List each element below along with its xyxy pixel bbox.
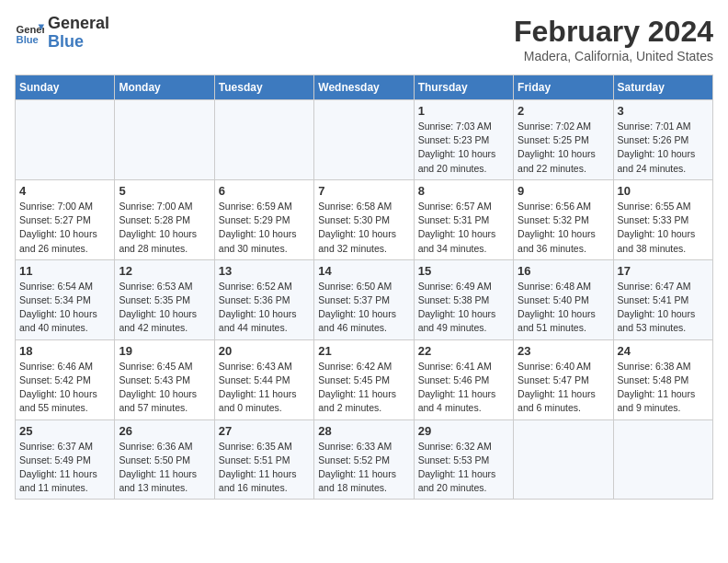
day-number: 18 <box>19 344 110 358</box>
day-number: 15 <box>418 264 509 278</box>
day-header-wednesday: Wednesday <box>314 75 414 100</box>
day-info: Sunrise: 6:45 AM Sunset: 5:43 PM Dayligh… <box>119 360 210 416</box>
calendar-cell: 12Sunrise: 6:53 AM Sunset: 5:35 PM Dayli… <box>115 259 214 339</box>
page-subtitle: Madera, California, United States <box>514 49 713 63</box>
day-info: Sunrise: 6:41 AM Sunset: 5:46 PM Dayligh… <box>418 360 509 416</box>
calendar-cell: 20Sunrise: 6:43 AM Sunset: 5:44 PM Dayli… <box>214 339 313 419</box>
calendar-cell: 11Sunrise: 6:54 AM Sunset: 5:34 PM Dayli… <box>16 259 115 339</box>
calendar-cell <box>514 419 613 500</box>
day-number: 3 <box>618 104 709 118</box>
day-info: Sunrise: 6:35 AM Sunset: 5:51 PM Dayligh… <box>219 440 310 496</box>
day-info: Sunrise: 6:40 AM Sunset: 5:47 PM Dayligh… <box>518 360 609 416</box>
calendar-cell: 10Sunrise: 6:55 AM Sunset: 5:33 PM Dayli… <box>613 179 712 259</box>
day-info: Sunrise: 7:01 AM Sunset: 5:26 PM Dayligh… <box>618 120 709 176</box>
calendar-cell: 15Sunrise: 6:49 AM Sunset: 5:38 PM Dayli… <box>414 259 513 339</box>
day-number: 20 <box>219 344 310 358</box>
calendar-cell: 17Sunrise: 6:47 AM Sunset: 5:41 PM Dayli… <box>613 259 712 339</box>
day-number: 17 <box>618 264 709 278</box>
calendar-cell: 4Sunrise: 7:00 AM Sunset: 5:27 PM Daylig… <box>16 179 115 259</box>
calendar-cell: 21Sunrise: 6:42 AM Sunset: 5:45 PM Dayli… <box>314 339 414 419</box>
day-number: 1 <box>418 104 509 118</box>
calendar-cell: 1Sunrise: 7:03 AM Sunset: 5:23 PM Daylig… <box>414 100 513 180</box>
day-info: Sunrise: 6:50 AM Sunset: 5:37 PM Dayligh… <box>318 280 409 336</box>
day-number: 27 <box>219 424 310 438</box>
day-number: 22 <box>418 344 509 358</box>
svg-text:Blue: Blue <box>17 34 39 45</box>
day-info: Sunrise: 6:38 AM Sunset: 5:48 PM Dayligh… <box>618 360 709 416</box>
day-info: Sunrise: 6:49 AM Sunset: 5:38 PM Dayligh… <box>418 280 509 336</box>
day-number: 12 <box>119 264 210 278</box>
day-info: Sunrise: 6:42 AM Sunset: 5:45 PM Dayligh… <box>318 360 409 416</box>
calendar-cell: 8Sunrise: 6:57 AM Sunset: 5:31 PM Daylig… <box>414 179 513 259</box>
calendar-table: SundayMondayTuesdayWednesdayThursdayFrid… <box>15 75 713 500</box>
day-number: 5 <box>119 184 210 198</box>
day-info: Sunrise: 6:32 AM Sunset: 5:53 PM Dayligh… <box>418 440 509 496</box>
day-info: Sunrise: 6:54 AM Sunset: 5:34 PM Dayligh… <box>19 280 110 336</box>
day-header-thursday: Thursday <box>414 75 513 100</box>
calendar-cell: 18Sunrise: 6:46 AM Sunset: 5:42 PM Dayli… <box>16 339 115 419</box>
calendar-cell: 14Sunrise: 6:50 AM Sunset: 5:37 PM Dayli… <box>314 259 414 339</box>
calendar-cell: 22Sunrise: 6:41 AM Sunset: 5:46 PM Dayli… <box>414 339 513 419</box>
calendar-week-row: 25Sunrise: 6:37 AM Sunset: 5:49 PM Dayli… <box>16 419 713 500</box>
calendar-cell: 5Sunrise: 7:00 AM Sunset: 5:28 PM Daylig… <box>115 179 214 259</box>
calendar-cell: 13Sunrise: 6:52 AM Sunset: 5:36 PM Dayli… <box>214 259 313 339</box>
calendar-cell <box>613 419 712 500</box>
day-info: Sunrise: 6:48 AM Sunset: 5:40 PM Dayligh… <box>518 280 609 336</box>
day-info: Sunrise: 7:02 AM Sunset: 5:25 PM Dayligh… <box>518 120 609 176</box>
day-info: Sunrise: 6:56 AM Sunset: 5:32 PM Dayligh… <box>518 200 609 256</box>
day-info: Sunrise: 6:36 AM Sunset: 5:50 PM Dayligh… <box>119 440 210 496</box>
day-info: Sunrise: 7:00 AM Sunset: 5:27 PM Dayligh… <box>19 200 110 256</box>
page-title: February 2024 <box>514 15 713 49</box>
day-info: Sunrise: 6:37 AM Sunset: 5:49 PM Dayligh… <box>19 440 110 496</box>
day-info: Sunrise: 7:00 AM Sunset: 5:28 PM Dayligh… <box>119 200 210 256</box>
day-header-friday: Friday <box>514 75 613 100</box>
logo-icon: General Blue <box>15 18 44 48</box>
calendar-week-row: 11Sunrise: 6:54 AM Sunset: 5:34 PM Dayli… <box>16 259 713 339</box>
day-number: 2 <box>518 104 609 118</box>
calendar-body: 1Sunrise: 7:03 AM Sunset: 5:23 PM Daylig… <box>16 100 713 500</box>
day-info: Sunrise: 6:52 AM Sunset: 5:36 PM Dayligh… <box>219 280 310 336</box>
day-number: 19 <box>119 344 210 358</box>
calendar-cell: 19Sunrise: 6:45 AM Sunset: 5:43 PM Dayli… <box>115 339 214 419</box>
calendar-cell: 24Sunrise: 6:38 AM Sunset: 5:48 PM Dayli… <box>613 339 712 419</box>
day-number: 29 <box>418 424 509 438</box>
day-number: 26 <box>119 424 210 438</box>
calendar-cell: 23Sunrise: 6:40 AM Sunset: 5:47 PM Dayli… <box>514 339 613 419</box>
calendar-week-row: 4Sunrise: 7:00 AM Sunset: 5:27 PM Daylig… <box>16 179 713 259</box>
day-number: 10 <box>618 184 709 198</box>
day-number: 8 <box>418 184 509 198</box>
page-header: General Blue General Blue February 2024 … <box>15 15 713 63</box>
calendar-cell: 2Sunrise: 7:02 AM Sunset: 5:25 PM Daylig… <box>514 100 613 180</box>
calendar-cell: 27Sunrise: 6:35 AM Sunset: 5:51 PM Dayli… <box>214 419 313 500</box>
day-number: 6 <box>219 184 310 198</box>
day-info: Sunrise: 6:59 AM Sunset: 5:29 PM Dayligh… <box>219 200 310 256</box>
day-info: Sunrise: 6:33 AM Sunset: 5:52 PM Dayligh… <box>318 440 409 496</box>
day-info: Sunrise: 7:03 AM Sunset: 5:23 PM Dayligh… <box>418 120 509 176</box>
day-number: 21 <box>318 344 409 358</box>
day-header-tuesday: Tuesday <box>214 75 313 100</box>
day-number: 23 <box>518 344 609 358</box>
calendar-cell: 26Sunrise: 6:36 AM Sunset: 5:50 PM Dayli… <box>115 419 214 500</box>
calendar-header-row: SundayMondayTuesdayWednesdayThursdayFrid… <box>16 75 713 100</box>
calendar-cell: 16Sunrise: 6:48 AM Sunset: 5:40 PM Dayli… <box>514 259 613 339</box>
day-header-monday: Monday <box>115 75 214 100</box>
day-number: 16 <box>518 264 609 278</box>
title-area: February 2024 Madera, California, United… <box>514 15 713 63</box>
day-number: 11 <box>19 264 110 278</box>
day-info: Sunrise: 6:58 AM Sunset: 5:30 PM Dayligh… <box>318 200 409 256</box>
calendar-cell: 7Sunrise: 6:58 AM Sunset: 5:30 PM Daylig… <box>314 179 414 259</box>
calendar-cell: 25Sunrise: 6:37 AM Sunset: 5:49 PM Dayli… <box>16 419 115 500</box>
day-number: 28 <box>318 424 409 438</box>
day-number: 24 <box>618 344 709 358</box>
day-number: 14 <box>318 264 409 278</box>
day-header-sunday: Sunday <box>16 75 115 100</box>
calendar-week-row: 1Sunrise: 7:03 AM Sunset: 5:23 PM Daylig… <box>16 100 713 180</box>
calendar-cell <box>16 100 115 180</box>
day-info: Sunrise: 6:47 AM Sunset: 5:41 PM Dayligh… <box>618 280 709 336</box>
calendar-cell: 29Sunrise: 6:32 AM Sunset: 5:53 PM Dayli… <box>414 419 513 500</box>
calendar-cell <box>115 100 214 180</box>
calendar-cell: 9Sunrise: 6:56 AM Sunset: 5:32 PM Daylig… <box>514 179 613 259</box>
calendar-cell: 28Sunrise: 6:33 AM Sunset: 5:52 PM Dayli… <box>314 419 414 500</box>
calendar-cell: 6Sunrise: 6:59 AM Sunset: 5:29 PM Daylig… <box>214 179 313 259</box>
day-header-saturday: Saturday <box>613 75 712 100</box>
